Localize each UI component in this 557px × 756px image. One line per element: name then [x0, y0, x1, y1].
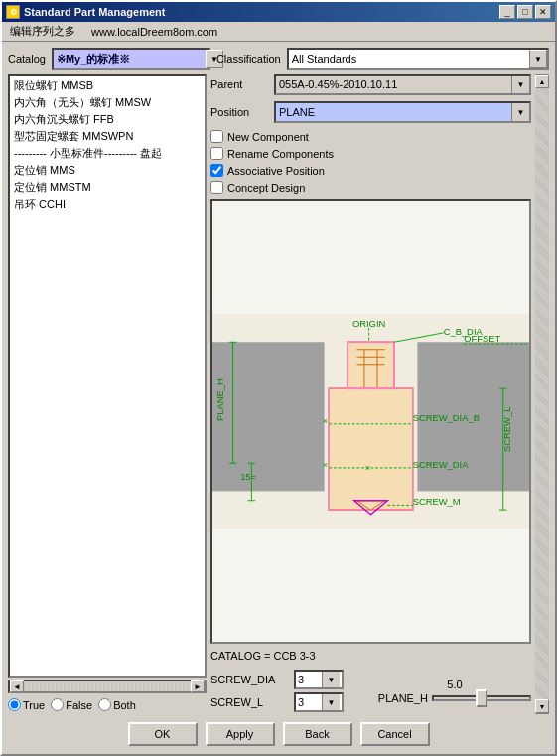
radio-false-label: False: [66, 699, 92, 711]
list-item[interactable]: 吊环 CCHI: [12, 196, 203, 213]
menu-item-edit[interactable]: 编辑序列之多: [6, 23, 79, 40]
close-button[interactable]: ✕: [535, 5, 551, 19]
menu-item-www[interactable]: www.localDreem8om.com: [87, 25, 221, 39]
param-dropdown-2[interactable]: ▼: [322, 694, 340, 710]
radio-group: True False Both: [8, 695, 207, 714]
param-combo-2[interactable]: 3 ▼: [294, 692, 344, 712]
scroll-down-btn[interactable]: ▼: [535, 699, 549, 713]
parts-list[interactable]: 限位螺钉 MMSB 内六角（无头）螺钉 MMSW 内六角沉头螺钉 FFB 型芯固…: [8, 74, 207, 678]
svg-text:×: ×: [365, 463, 370, 473]
svg-text:SCREW_DIA: SCREW_DIA: [413, 460, 469, 470]
options-section: New Component Rename Components Associat…: [210, 129, 531, 195]
catalog-text-value: CATALOG = CCB 3-3: [210, 650, 316, 662]
param-input-1[interactable]: 3: [296, 672, 322, 687]
list-item[interactable]: --------- 小型标准件--------- 盘起: [12, 145, 203, 162]
param-name-1: SCREW_DIA: [210, 674, 290, 685]
list-item[interactable]: 型芯固定螺套 MMSWPN: [12, 128, 203, 145]
param-dropdown-1[interactable]: ▼: [322, 672, 340, 687]
menu-bar: 编辑序列之多 www.localDreem8om.com: [2, 22, 555, 42]
radio-true-label: True: [23, 699, 45, 711]
concept-design-checkbox[interactable]: [210, 181, 223, 194]
new-component-label[interactable]: New Component: [227, 131, 309, 143]
svg-text:×: ×: [323, 460, 328, 470]
plane-h-slider[interactable]: [432, 695, 531, 701]
slider-container: 5.0 PLANE_H: [378, 679, 531, 704]
classification-combo[interactable]: All Standards ▼: [287, 48, 549, 70]
scroll-right-btn[interactable]: ►: [191, 680, 205, 692]
right-panel: Parent 055A-0.45%-2010.10.11 ▼ Position …: [210, 74, 531, 714]
radio-true[interactable]: True: [8, 698, 45, 711]
minimize-button[interactable]: _: [499, 5, 515, 19]
associative-position-checkbox-row: Associative Position: [210, 163, 531, 178]
param-row-1: SCREW_DIA 3 ▼: [210, 670, 344, 689]
rename-components-label[interactable]: Rename Components: [227, 148, 334, 160]
maximize-button[interactable]: □: [517, 5, 533, 19]
parent-row: Parent 055A-0.45%-2010.10.11 ▼: [210, 74, 531, 95]
plane-h-label: PLANE_H: [378, 692, 428, 704]
app-icon: ⚙: [6, 5, 20, 19]
position-label: Position: [210, 106, 270, 118]
svg-text:SCREW_M: SCREW_M: [413, 497, 461, 507]
diagram-area: ORIGIN C_B_DIA OFFSET PLANE_H: [210, 199, 531, 644]
svg-text:SCREW_DIA_B: SCREW_DIA_B: [413, 413, 480, 423]
main-window: ⚙ Standard Part Management _ □ ✕ 编辑序列之多 …: [0, 0, 557, 756]
position-dropdown-btn[interactable]: ▼: [511, 103, 529, 121]
svg-text:OFFSET: OFFSET: [464, 334, 500, 344]
svg-text:PLANE_H: PLANE_H: [215, 378, 225, 421]
list-item[interactable]: 内六角（无头）螺钉 MMSW: [12, 94, 203, 111]
scroll-left-btn[interactable]: ◄: [10, 680, 24, 692]
position-row: Position PLANE ▼: [210, 101, 531, 123]
position-input[interactable]: PLANE: [276, 103, 511, 121]
param-combo-1[interactable]: 3 ▼: [294, 670, 344, 689]
svg-text:ORIGIN: ORIGIN: [352, 319, 385, 329]
position-combo[interactable]: PLANE ▼: [274, 101, 531, 123]
catalog-input[interactable]: ※My_的标准※: [54, 50, 206, 68]
radio-both[interactable]: Both: [98, 698, 136, 711]
svg-text:SCREW_L: SCREW_L: [502, 407, 512, 452]
cancel-button[interactable]: Cancel: [360, 722, 430, 746]
catalog-row: Catalog ※My_的标准※ ▼ Classification All St…: [8, 48, 549, 70]
param-input-2[interactable]: 3: [296, 694, 322, 710]
concept-design-label[interactable]: Concept Design: [227, 182, 305, 194]
back-button[interactable]: Back: [283, 722, 352, 746]
window-title: Standard Part Management: [24, 6, 165, 18]
rename-components-checkbox-row: Rename Components: [210, 146, 531, 161]
list-item[interactable]: 定位销 MMS: [12, 162, 203, 179]
param-name-2: SCREW_L: [210, 696, 290, 708]
new-component-checkbox[interactable]: [210, 130, 223, 143]
content-area: Catalog ※My_的标准※ ▼ Classification All St…: [2, 42, 555, 754]
svg-rect-1: [212, 342, 325, 491]
parent-combo[interactable]: 055A-0.45%-2010.10.11 ▼: [274, 74, 531, 95]
classification-dropdown-btn[interactable]: ▼: [529, 50, 547, 68]
associative-position-checkbox[interactable]: [210, 164, 223, 177]
list-item[interactable]: 限位螺钉 MMSB: [12, 77, 203, 94]
scroll-track: [535, 88, 549, 699]
radio-false[interactable]: False: [51, 698, 92, 711]
parent-dropdown-btn[interactable]: ▼: [511, 76, 529, 93]
scroll-up-btn[interactable]: ▲: [535, 75, 549, 88]
ok-button[interactable]: OK: [128, 722, 198, 746]
list-item[interactable]: 定位销 MMSTM: [12, 179, 203, 196]
bottom-buttons: OK Apply Back Cancel: [8, 718, 549, 748]
catalog-label: Catalog: [8, 53, 46, 65]
classification-label: Classification: [216, 53, 281, 65]
catalog-combo[interactable]: ※My_的标准※ ▼: [52, 48, 210, 70]
catalog-info: CATALOG = CCB 3-3: [210, 648, 531, 664]
h-scrollbar[interactable]: ◄ ►: [8, 680, 207, 693]
parent-input[interactable]: 055A-0.45%-2010.10.11: [276, 76, 511, 93]
apply-button[interactable]: Apply: [206, 722, 275, 746]
part-diagram: ORIGIN C_B_DIA OFFSET PLANE_H: [212, 201, 529, 642]
radio-both-label: Both: [113, 699, 136, 711]
left-panel: 限位螺钉 MMSB 内六角（无头）螺钉 MMSW 内六角沉头螺钉 FFB 型芯固…: [8, 74, 207, 714]
list-item[interactable]: 内六角沉头螺钉 FFB: [12, 111, 203, 128]
param-group: SCREW_DIA 3 ▼ SCREW_L 3 ▼: [210, 670, 344, 712]
main-area: 限位螺钉 MMSB 内六角（无头）螺钉 MMSW 内六角沉头螺钉 FFB 型芯固…: [8, 74, 549, 714]
param-section: SCREW_DIA 3 ▼ SCREW_L 3 ▼: [210, 668, 531, 714]
classification-input[interactable]: All Standards: [289, 50, 529, 68]
parent-label: Parent: [210, 78, 270, 90]
rename-components-checkbox[interactable]: [210, 147, 223, 160]
plane-h-section: 5.0 PLANE_H: [378, 679, 531, 704]
right-scrollbar[interactable]: ▲ ▼: [535, 74, 549, 714]
associative-position-label[interactable]: Associative Position: [227, 165, 325, 177]
svg-text:15=: 15=: [240, 472, 256, 482]
